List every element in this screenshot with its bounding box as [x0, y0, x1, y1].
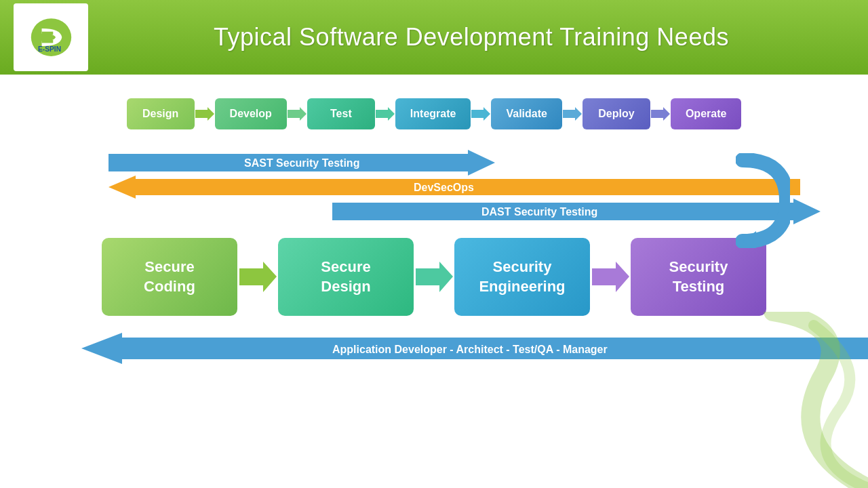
pipeline-operate: Operate [671, 98, 741, 129]
arrow-3 [375, 106, 395, 122]
bottom-arrow-2 [414, 260, 454, 294]
box-security-testing: SecurityTesting [631, 238, 766, 316]
box-secure-design: SecureDesign [278, 238, 414, 316]
page-title: Typical Software Development Training Ne… [88, 23, 854, 52]
arrow-6 [650, 106, 671, 122]
app-bar: Application Developer - Architect - Test… [81, 333, 787, 364]
pipeline-test: Test [307, 98, 375, 129]
pipeline-design: Design [127, 98, 195, 129]
svg-marker-15 [239, 262, 277, 292]
svg-text:DevSecOps: DevSecOps [414, 182, 474, 193]
arrow-5 [562, 106, 583, 122]
box-secure-coding: SecureCoding [102, 238, 237, 316]
svg-marker-7 [651, 107, 670, 121]
header: E-SPIN Typical Software Development Trai… [0, 0, 868, 75]
pipeline-row: Design Develop Test Integrate Validate D… [41, 98, 827, 129]
espin-logo-icon: E-SPIN [29, 16, 73, 60]
svg-text:SAST Security Testing: SAST Security Testing [244, 157, 359, 169]
svg-marker-2 [195, 107, 214, 121]
banners-section: SAST Security Testing DevSecOps DAST Sec… [41, 150, 827, 224]
app-bar-arrow: Application Developer - Architect - Test… [81, 333, 868, 364]
logo: E-SPIN [14, 3, 88, 71]
sast-arrow: SAST Security Testing [108, 150, 495, 176]
svg-marker-4 [376, 107, 395, 121]
devsecops-arrow: DevSecOps [108, 176, 800, 199]
pipeline-integrate: Integrate [395, 98, 471, 129]
svg-text:Application Developer - Archit: Application Developer - Architect - Test… [332, 344, 608, 355]
box-security-engineering: SecurityEngineering [454, 238, 590, 316]
pipeline-deploy: Deploy [583, 98, 650, 129]
svg-marker-6 [563, 107, 582, 121]
curved-arrow [736, 153, 790, 248]
svg-marker-16 [416, 262, 453, 292]
svg-text:DAST Security Testing: DAST Security Testing [481, 206, 597, 218]
bottom-arrow-3 [590, 260, 631, 294]
pipeline-validate: Validate [491, 98, 561, 129]
arrow-2 [287, 106, 307, 122]
svg-marker-5 [471, 107, 490, 121]
main-content: Design Develop Test Integrate Validate D… [0, 75, 868, 378]
arrow-1 [195, 106, 215, 122]
svg-marker-17 [592, 262, 629, 292]
svg-text:E-SPIN: E-SPIN [38, 45, 61, 53]
bottom-boxes-row: SecureCoding SecureDesign SecurityEngine… [41, 238, 827, 316]
pipeline-develop: Develop [215, 98, 287, 129]
svg-marker-3 [288, 107, 307, 121]
bottom-arrow-1 [237, 260, 278, 294]
arrow-4 [471, 106, 491, 122]
